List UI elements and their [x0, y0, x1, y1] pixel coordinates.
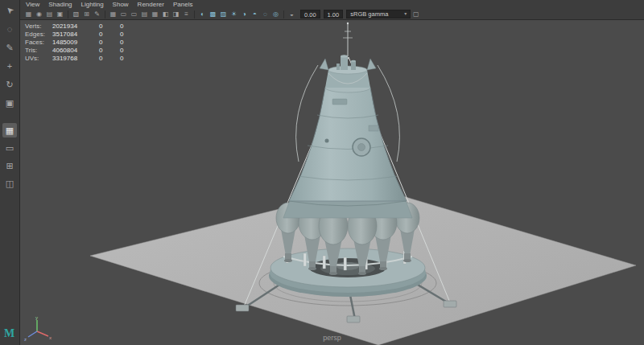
xray-icon[interactable]: ◐	[197, 9, 208, 19]
camera-attributes-icon[interactable]: ▤	[44, 9, 55, 19]
maya-logo-icon: M	[4, 327, 14, 340]
hud-value: 0	[99, 39, 120, 47]
menu-panels[interactable]: Panels	[173, 1, 192, 8]
hatch	[353, 138, 370, 156]
grid-icon[interactable]: ▦	[108, 9, 118, 19]
menu-lighting[interactable]: Lighting	[81, 1, 104, 8]
toolbar-separator	[105, 10, 105, 18]
lock-camera-icon[interactable]: ◉	[34, 9, 44, 19]
menu-view[interactable]: View	[26, 1, 39, 8]
gate-mask-icon[interactable]: ▤	[139, 9, 150, 19]
hud-value: 3517084	[52, 31, 99, 39]
hud-row: Verts: 2021934 0 0	[25, 23, 138, 31]
paint-select-tool-icon[interactable]: ✎	[2, 40, 17, 55]
view-axis-gizmo[interactable]: x y z	[23, 314, 55, 343]
toolbar-separator	[68, 10, 68, 18]
scale-tool-icon[interactable]: ▣	[2, 96, 17, 110]
screen-space-ao-icon[interactable]: ◓	[250, 9, 260, 19]
panel-menu-bar: View Shading Lighting Show Renderer Pane…	[20, 0, 644, 9]
panel-toolbar-icons: ▦◉▤▣▧⊞✎▦▭▭▤▦◧◨≡◐▩▨☀◑◓◌◎◒	[23, 9, 297, 19]
exposure-field[interactable]: 0.00	[300, 10, 320, 18]
hud-value: 0	[99, 31, 120, 39]
hud-row: Faces: 1485009 0 0	[25, 39, 138, 47]
hud-value: 0	[120, 47, 138, 55]
use-all-lights-icon[interactable]: ☀	[229, 9, 239, 19]
hud-value: 2021934	[52, 23, 99, 31]
hud-row: Tris: 4060804 0 0	[25, 47, 138, 55]
hud-value: 0	[120, 39, 138, 47]
heads-up-display: Verts: 2021934 0 0 Edges: 3517084 0 0 Fa…	[25, 23, 138, 63]
tool-box-layouts: ▦▭⊞◫	[0, 123, 19, 191]
toolbar-separator	[194, 10, 195, 18]
toolbar-separator	[283, 10, 284, 18]
select-camera-icon[interactable]: ▦	[23, 9, 34, 19]
hud-value: 0	[120, 23, 138, 31]
single-pane-layout-icon[interactable]: ▭	[2, 141, 17, 155]
viewport[interactable]: Verts: 2021934 0 0 Edges: 3517084 0 0 Fa…	[20, 20, 644, 345]
axis-y-label: y	[35, 315, 38, 320]
menu-shading[interactable]: Shading	[48, 1, 72, 8]
chevron-down-icon: ▾	[404, 10, 407, 18]
lasso-tool-icon[interactable]: ◌	[2, 22, 17, 36]
body-cone	[289, 88, 407, 206]
safe-title-icon[interactable]: ◨	[171, 9, 181, 19]
grease-pencil-icon[interactable]: ✎	[92, 9, 102, 19]
view-transform-select[interactable]: sRGB gamma ▾	[346, 10, 411, 18]
hud-value: 0	[120, 55, 138, 63]
wireframe-on-shaded-icon[interactable]: ▩	[208, 9, 218, 19]
persp-outliner-layout-icon[interactable]: ◫	[2, 176, 17, 191]
gamma-field[interactable]: 1.00	[324, 10, 344, 18]
four-pane-layout-icon[interactable]: ⊞	[2, 158, 17, 173]
tool-box-tools: ➤◌✎+↻▣	[0, 0, 19, 110]
hud-row: Edges: 3517084 0 0	[25, 31, 138, 39]
hud-value: 0	[99, 55, 120, 63]
axis-z-label: z	[24, 337, 27, 342]
anti-alias-icon[interactable]: ◎	[270, 9, 281, 19]
hud-label: Faces:	[25, 39, 52, 47]
select-tool-icon[interactable]: ➤	[0, 0, 20, 20]
resolution-gate-icon[interactable]: ▭	[129, 9, 139, 19]
hud-label: Tris:	[25, 47, 52, 55]
image-plane-icon[interactable]: ▧	[71, 9, 81, 19]
exposure-icon[interactable]: ◒	[287, 9, 297, 19]
tool-box-spacer	[0, 110, 19, 123]
hud-value: 0	[120, 31, 138, 39]
isolate-select-icon[interactable]: ▢	[411, 9, 421, 19]
motion-blur-icon[interactable]: ◌	[260, 9, 270, 19]
viewport-canvas[interactable]	[20, 20, 644, 345]
hud-value: 4060804	[52, 47, 99, 55]
hud-label: Verts:	[25, 23, 52, 31]
hud-value: 0	[99, 23, 120, 31]
hud-value: 1485009	[52, 39, 99, 47]
maya-viewport-window: ➤◌✎+↻▣ ▦▭⊞◫ View Shading Lighting Show R…	[0, 0, 644, 345]
panel-toolbar: ▦◉▤▣▧⊞✎▦▭▭▤▦◧◨≡◐▩▨☀◑◓◌◎◒ 0.00 1.00 sRGB …	[20, 9, 644, 20]
menu-renderer[interactable]: Renderer	[138, 1, 164, 8]
axis-x-label: x	[49, 335, 52, 340]
bookmark-icon[interactable]: ▣	[55, 9, 65, 19]
current-tool-icon[interactable]: ▦	[2, 123, 17, 138]
rotate-tool-icon[interactable]: ↻	[2, 77, 17, 92]
hud-label: Edges:	[25, 31, 52, 39]
camera-name-label: persp	[20, 334, 644, 342]
move-tool-icon[interactable]: +	[2, 59, 17, 73]
hud-label: UVs:	[25, 55, 52, 63]
panel-toolbar-icons-right: ▢	[411, 9, 421, 19]
base-platform	[269, 248, 427, 297]
field-chart-icon[interactable]: ▦	[150, 9, 160, 19]
textured-icon[interactable]: ▨	[218, 9, 229, 19]
hud-value: 3319768	[52, 55, 99, 63]
safe-action-icon[interactable]: ◧	[160, 9, 171, 19]
two-d-pan-zoom-icon[interactable]: ⊞	[81, 9, 92, 19]
menu-show[interactable]: Show	[113, 1, 129, 8]
film-gate-icon[interactable]: ▭	[118, 9, 129, 19]
antenna-mast	[336, 23, 356, 70]
shadows-icon[interactable]: ◑	[239, 9, 250, 19]
tool-box: ➤◌✎+↻▣ ▦▭⊞◫	[0, 0, 20, 345]
view-transform-value: sRGB gamma	[350, 10, 388, 18]
hud-row: UVs: 3319768 0 0	[25, 55, 138, 63]
hud-icon[interactable]: ≡	[181, 9, 192, 19]
hud-value: 0	[99, 47, 120, 55]
